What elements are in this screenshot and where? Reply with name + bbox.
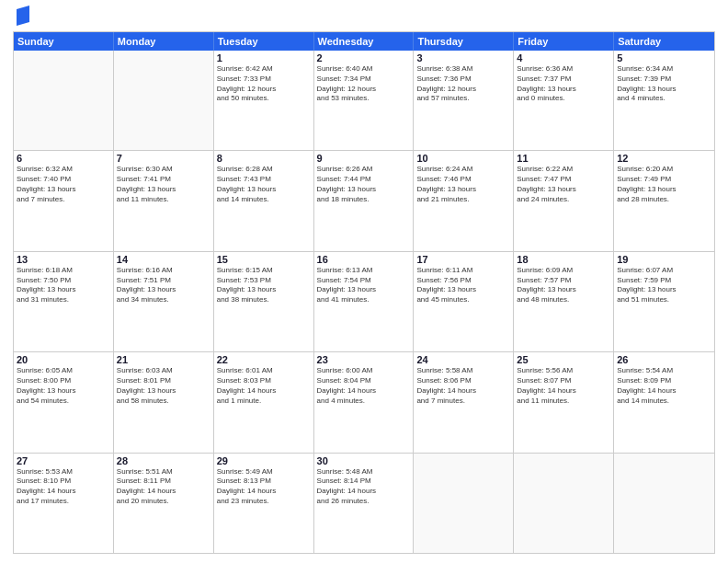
day-cell-30: 30Sunrise: 5:48 AMSunset: 8:14 PMDayligh… [314,454,415,553]
day-cell-empty-0-0 [14,51,114,150]
cell-detail-line: Sunset: 7:51 PM [117,276,210,286]
cell-detail-line: Sunrise: 6:20 AM [617,165,711,175]
cell-detail-line: Sunset: 7:40 PM [17,175,110,185]
day-number: 12 [617,153,711,164]
day-number: 25 [517,354,610,365]
cell-detail-line: and 57 minutes. [416,94,510,104]
cell-detail-line: Sunrise: 5:51 AM [117,467,210,477]
cell-detail-line: Sunrise: 5:49 AM [217,467,311,477]
cell-detail-line: Daylight: 13 hours [617,85,711,95]
cell-detail-line: Daylight: 13 hours [517,85,610,95]
cell-detail-line: and 23 minutes. [217,497,311,507]
cell-detail-line: Daylight: 14 hours [517,386,610,396]
cell-detail-line: Daylight: 13 hours [117,285,210,295]
cell-detail-line: and 14 minutes. [617,396,711,407]
day-number: 22 [217,354,311,365]
header [13,9,715,26]
cell-detail-line: and 45 minutes. [416,295,510,305]
cell-detail-line: Sunrise: 6:34 AM [617,64,711,75]
day-cell-8: 8Sunrise: 6:28 AMSunset: 7:43 PMDaylight… [214,151,314,250]
cell-detail-line: Sunset: 7:46 PM [416,175,510,185]
cell-detail-line: and 51 minutes. [617,295,711,305]
day-number: 16 [317,254,411,265]
cell-detail-line: Sunrise: 6:32 AM [17,165,110,175]
calendar-row-2: 13Sunrise: 6:18 AMSunset: 7:50 PMDayligh… [14,251,714,351]
cell-detail-line: Sunset: 8:09 PM [617,376,711,386]
cell-detail-line: and 34 minutes. [117,295,210,305]
day-cell-empty-4-4 [414,454,514,553]
calendar-row-4: 27Sunrise: 5:53 AMSunset: 8:10 PMDayligh… [14,453,714,553]
cell-detail-line: Daylight: 14 hours [117,487,210,497]
cell-detail-line: Daylight: 13 hours [117,185,210,195]
day-cell-21: 21Sunrise: 6:03 AMSunset: 8:01 PMDayligh… [114,352,214,452]
day-number: 10 [416,153,510,164]
cell-detail-line: Daylight: 13 hours [617,185,711,195]
cell-detail-line: Sunset: 7:53 PM [217,276,311,286]
day-cell-15: 15Sunrise: 6:15 AMSunset: 7:53 PMDayligh… [214,252,314,351]
cell-detail-line: Daylight: 13 hours [317,285,411,295]
day-number: 28 [117,455,210,466]
cell-detail-line: Sunset: 7:50 PM [17,276,110,286]
cell-detail-line: and 18 minutes. [317,195,411,205]
cell-detail-line: Sunset: 7:49 PM [617,175,711,185]
cell-detail-line: Sunrise: 6:26 AM [317,165,411,175]
cell-detail-line: Daylight: 14 hours [217,386,311,396]
day-cell-26: 26Sunrise: 5:54 AMSunset: 8:09 PMDayligh… [614,352,714,452]
day-number: 21 [117,354,210,365]
day-number: 17 [416,254,510,265]
cell-detail-line: Sunrise: 6:24 AM [416,165,510,175]
cell-detail-line: and 11 minutes. [117,195,210,205]
cell-detail-line: Sunset: 8:07 PM [517,376,610,386]
cell-detail-line: and 50 minutes. [217,94,311,104]
cell-detail-line: Sunset: 8:03 PM [217,376,311,386]
cell-detail-line: Daylight: 14 hours [317,487,411,497]
day-number: 1 [217,52,311,63]
cell-detail-line: and 7 minutes. [416,396,510,407]
day-cell-25: 25Sunrise: 5:56 AMSunset: 8:07 PMDayligh… [514,352,614,452]
day-number: 3 [416,52,510,63]
calendar-body: 1Sunrise: 6:42 AMSunset: 7:33 PMDaylight… [14,51,714,553]
cell-detail-line: and 20 minutes. [117,497,210,507]
cell-detail-line: Daylight: 13 hours [517,185,610,195]
cell-detail-line: Daylight: 13 hours [416,285,510,295]
cell-detail-line: Daylight: 13 hours [17,285,110,295]
day-number: 30 [317,455,411,466]
day-number: 20 [17,354,110,365]
cell-detail-line: Daylight: 12 hours [217,85,311,95]
day-cell-28: 28Sunrise: 5:51 AMSunset: 8:11 PMDayligh… [114,454,214,553]
cell-detail-line: Sunrise: 6:22 AM [517,165,610,175]
day-cell-4: 4Sunrise: 6:36 AMSunset: 7:37 PMDaylight… [514,51,614,150]
weekday-header-sunday: Sunday [14,32,114,51]
day-cell-empty-0-1 [114,51,214,150]
cell-detail-line: Sunrise: 5:48 AM [317,467,411,477]
cell-detail-line: Daylight: 13 hours [416,185,510,195]
cell-detail-line: and 58 minutes. [117,396,210,407]
day-number: 6 [17,153,110,164]
cell-detail-line: Sunrise: 6:09 AM [517,266,610,276]
cell-detail-line: Sunrise: 6:40 AM [317,64,411,75]
page: SundayMondayTuesdayWednesdayThursdayFrid… [0,0,728,563]
cell-detail-line: Daylight: 12 hours [416,85,510,95]
calendar-row-0: 1Sunrise: 6:42 AMSunset: 7:33 PMDaylight… [14,51,714,150]
day-cell-7: 7Sunrise: 6:30 AMSunset: 7:41 PMDaylight… [114,151,214,250]
cell-detail-line: Daylight: 13 hours [217,285,311,295]
day-cell-empty-4-6 [614,454,714,553]
logo [13,9,31,26]
cell-detail-line: Sunrise: 6:11 AM [416,266,510,276]
cell-detail-line: Daylight: 13 hours [617,285,711,295]
svg-marker-0 [17,6,29,26]
cell-detail-line: Sunset: 8:01 PM [117,376,210,386]
cell-detail-line: Sunset: 7:44 PM [317,175,411,185]
cell-detail-line: Sunrise: 5:56 AM [517,366,610,376]
cell-detail-line: Daylight: 14 hours [416,386,510,396]
calendar: SundayMondayTuesdayWednesdayThursdayFrid… [13,31,715,554]
cell-detail-line: Sunrise: 6:42 AM [217,64,311,75]
day-cell-9: 9Sunrise: 6:26 AMSunset: 7:44 PMDaylight… [314,151,415,250]
cell-detail-line: Sunrise: 6:15 AM [217,266,311,276]
cell-detail-line: and 21 minutes. [416,195,510,205]
cell-detail-line: and 1 minute. [217,396,311,407]
weekday-header-saturday: Saturday [614,32,714,51]
day-number: 23 [317,354,411,365]
day-number: 26 [617,354,711,365]
cell-detail-line: Sunrise: 6:30 AM [117,165,210,175]
